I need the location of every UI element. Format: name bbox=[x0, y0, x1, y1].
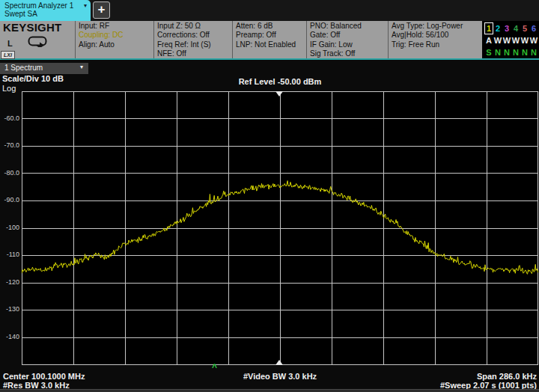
lxi-badge: LXI bbox=[1, 51, 15, 59]
setting-line: PNO: Balanced bbox=[310, 22, 386, 31]
green-caret-icon: ^ bbox=[212, 364, 217, 371]
scale-type-annotation: Log bbox=[2, 84, 16, 93]
trace-4-type[interactable]: W bbox=[511, 34, 520, 46]
window-selector-label: 1 Spectrum bbox=[4, 64, 43, 74]
y-axis-label: -60.0 bbox=[0, 114, 19, 122]
y-axis-label: -90.0 bbox=[0, 196, 19, 203]
impedance-settings-panel[interactable]: Input Z: 50 Ω Corrections: Off Freq Ref:… bbox=[153, 21, 232, 58]
trace-3-type[interactable]: W bbox=[502, 34, 511, 46]
avg-settings-panel[interactable]: Avg Type: Log-Power Avg|Hold: 56/100 Tri… bbox=[388, 21, 482, 58]
video-bw-annotation[interactable]: #Video BW 3.0 kHz bbox=[22, 372, 538, 381]
setting-line: Avg|Hold: 56/100 bbox=[392, 31, 481, 40]
add-tab-button[interactable]: + bbox=[93, 1, 110, 19]
setting-line: Atten: 6 dB bbox=[236, 22, 305, 31]
atten-settings-panel[interactable]: Atten: 6 dB Preamp: Off LNP: Not Enabled bbox=[232, 21, 306, 58]
trace-1-type[interactable]: A bbox=[484, 34, 493, 46]
setting-line: Sig Track: Off bbox=[310, 49, 386, 58]
span-annotation[interactable]: Span 286.0 kHz bbox=[477, 372, 537, 381]
trace-5-type[interactable]: W bbox=[520, 34, 529, 46]
tab-title: Spectrum Analyzer 1 bbox=[4, 1, 73, 10]
y-axis-label: -120 bbox=[0, 278, 19, 286]
input-settings-panel[interactable]: Input: RF Coupling: DC Align: Auto bbox=[75, 21, 153, 58]
keysight-logo: KEYSIGHT bbox=[3, 21, 75, 34]
spectrum-graticule bbox=[22, 91, 538, 365]
listener-indicator: L bbox=[7, 39, 13, 48]
trace-3-state[interactable]: N bbox=[502, 46, 511, 58]
center-freq-bottom-marker-icon bbox=[275, 360, 283, 365]
ref-level-annotation[interactable]: Ref Level -50.00 dBm bbox=[22, 77, 538, 86]
window-selector-spectrum[interactable]: 1 Spectrum ▾ bbox=[0, 63, 88, 74]
trace-5-number[interactable]: 5 bbox=[520, 22, 529, 34]
y-axis-label: -100 bbox=[0, 224, 19, 231]
spectrum-plot bbox=[22, 91, 538, 365]
y-axis-label: -110 bbox=[0, 251, 19, 258]
y-axis-label: -130 bbox=[0, 305, 19, 313]
trace-3-number[interactable]: 3 bbox=[502, 22, 511, 34]
tab-bar: Spectrum Analyzer 1 ▾ Swept SA + bbox=[0, 0, 539, 21]
trace-4-state[interactable]: N bbox=[511, 46, 520, 58]
trace-2-number[interactable]: 2 bbox=[493, 22, 502, 34]
setting-line: Align: Auto bbox=[79, 40, 152, 49]
trace-6-number[interactable]: 6 bbox=[529, 22, 538, 34]
y-axis-label: -70.0 bbox=[0, 141, 19, 149]
graticule-grid bbox=[22, 91, 538, 365]
setting-line: Gate: Off bbox=[310, 31, 386, 40]
trace-6-state[interactable]: N bbox=[529, 46, 538, 58]
chevron-down-icon: ▾ bbox=[84, 2, 87, 9]
setting-line: Trig: Free Run bbox=[392, 40, 481, 49]
setting-line: LNP: Not Enabled bbox=[236, 40, 305, 49]
trace-1-number[interactable]: 1 bbox=[484, 22, 493, 34]
setting-line: Input Z: 50 Ω bbox=[157, 22, 231, 31]
setting-line: NFE: Off bbox=[157, 49, 231, 58]
trace-status-table: 1 2 3 4 5 6 A W W W W W S N N N N N bbox=[482, 21, 539, 58]
chevron-down-icon: ▾ bbox=[80, 64, 83, 74]
setting-line: Preamp: Off bbox=[236, 31, 305, 40]
trace-1-state[interactable]: S bbox=[484, 46, 493, 58]
settings-bar: KEYSIGHT L LXI Input: RF Coupling: DC Al… bbox=[0, 21, 539, 60]
setting-line: Input: RF bbox=[79, 22, 152, 31]
tab-spectrum-analyzer-1[interactable]: Spectrum Analyzer 1 ▾ Swept SA bbox=[0, 0, 91, 21]
setting-line: IF Gain: Low bbox=[310, 40, 386, 49]
y-axis-label: -140 bbox=[0, 333, 19, 340]
brand-block: KEYSIGHT L LXI bbox=[0, 21, 75, 58]
trace-5-state[interactable]: N bbox=[520, 46, 529, 58]
setting-line: Coupling: DC bbox=[79, 31, 152, 40]
loop-arrow-icon bbox=[28, 36, 47, 50]
trace-4-number[interactable]: 4 bbox=[511, 22, 520, 34]
tab-subtitle: Swept SA bbox=[4, 10, 87, 18]
y-axis-label: -80.0 bbox=[0, 169, 19, 177]
bottom-edge-strip bbox=[0, 389, 539, 392]
setting-line: Freq Ref: Int (S) bbox=[157, 40, 231, 49]
trace-2-state[interactable]: N bbox=[493, 46, 502, 58]
pno-settings-panel[interactable]: PNO: Balanced Gate: Off IF Gain: Low Sig… bbox=[306, 21, 388, 58]
trace-6-type[interactable]: W bbox=[529, 34, 538, 46]
setting-line: Avg Type: Log-Power bbox=[392, 22, 481, 31]
trace-2-type[interactable]: W bbox=[493, 34, 502, 46]
center-freq-top-marker-icon bbox=[275, 91, 283, 97]
setting-line: Corrections: Off bbox=[157, 31, 231, 40]
